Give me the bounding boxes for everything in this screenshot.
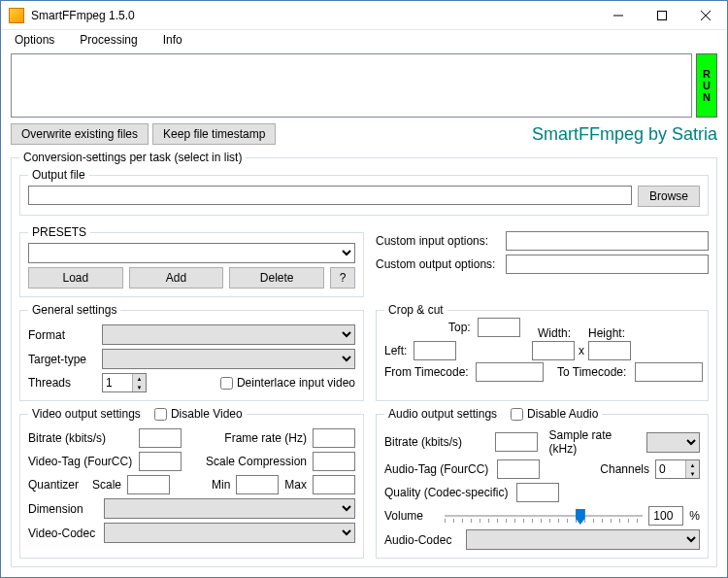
- quantizer-label: Quantizer: [28, 478, 86, 492]
- from-timecode-label: From Timecode:: [384, 365, 469, 379]
- scale-compression-label: Scale Compression: [206, 455, 307, 468]
- browse-button[interactable]: Browse: [638, 186, 700, 207]
- quality-label: Quality (Codec-specific): [384, 486, 511, 499]
- crop-top-label: Top:: [448, 321, 471, 334]
- output-file-legend: Output file: [28, 168, 89, 182]
- chevron-down-icon[interactable]: ▼: [132, 383, 146, 391]
- maximize-button[interactable]: [640, 1, 683, 29]
- target-type-select[interactable]: [102, 349, 355, 369]
- video-codec-label: Video-Codec: [28, 527, 98, 540]
- window-title: SmartFFmpeg 1.5.0: [31, 9, 135, 22]
- audio-codec-select[interactable]: [466, 529, 700, 550]
- presets-add-button[interactable]: Add: [129, 267, 224, 289]
- crop-height-field[interactable]: [588, 341, 631, 360]
- threads-label: Threads: [28, 376, 96, 390]
- deinterlace-label: Deinterlace input video: [237, 376, 355, 390]
- sample-rate-select[interactable]: [646, 432, 700, 453]
- close-button[interactable]: [683, 1, 727, 29]
- target-type-label: Target-type: [28, 353, 96, 366]
- crop-height-label: Height:: [588, 326, 625, 340]
- video-tag-field[interactable]: [139, 452, 182, 471]
- run-button[interactable]: R U N: [696, 53, 717, 118]
- presets-legend: PRESETS: [28, 225, 90, 239]
- general-settings-legend: General settings: [28, 303, 120, 317]
- crop-left-label: Left:: [384, 344, 407, 357]
- audio-codec-label: Audio-Codec: [384, 533, 460, 547]
- audio-tag-label: Audio-Tag (FourCC): [384, 462, 491, 476]
- overwrite-existing-files-toggle[interactable]: Overwrite existing files: [11, 123, 149, 145]
- scale-compression-field[interactable]: [313, 452, 355, 471]
- audio-bitrate-field[interactable]: [495, 432, 538, 452]
- svg-rect-1: [657, 11, 666, 19]
- disable-video-checkbox[interactable]: [154, 408, 167, 421]
- app-icon: [9, 8, 24, 23]
- from-timecode-field[interactable]: [476, 362, 544, 382]
- frame-rate-field[interactable]: [313, 428, 355, 448]
- chevron-up-icon[interactable]: ▲: [685, 460, 699, 469]
- menu-processing[interactable]: Processing: [76, 31, 141, 49]
- format-label: Format: [28, 328, 96, 342]
- task-list[interactable]: [11, 53, 692, 118]
- custom-input-label: Custom input options:: [376, 234, 500, 248]
- to-timecode-field[interactable]: [635, 362, 703, 382]
- video-codec-select[interactable]: [104, 523, 355, 543]
- crop-width-label: Width:: [538, 326, 571, 340]
- to-timecode-label: To Timecode:: [557, 365, 626, 379]
- disable-audio-label: Disable Audio: [527, 407, 598, 421]
- threads-spinner[interactable]: ▲▼: [102, 373, 147, 392]
- disable-video-label: Disable Video: [171, 407, 243, 421]
- crop-x-label: x: [579, 344, 584, 357]
- volume-slider[interactable]: [445, 507, 643, 525]
- quality-field[interactable]: [516, 483, 559, 502]
- channels-spinner[interactable]: ▲▼: [655, 459, 700, 479]
- video-tag-label: Video-Tag (FourCC): [28, 455, 133, 468]
- max-field[interactable]: [313, 475, 355, 494]
- volume-field[interactable]: [648, 506, 683, 526]
- scale-field[interactable]: [127, 475, 170, 494]
- chevron-up-icon[interactable]: ▲: [132, 374, 146, 383]
- custom-input-field[interactable]: [506, 231, 709, 251]
- conversion-settings-legend: Conversion-settings per task (select in …: [19, 151, 246, 164]
- menu-info[interactable]: Info: [159, 31, 186, 49]
- brand-label: SmartFFmpeg by Satria: [532, 124, 717, 145]
- presets-help-button[interactable]: ?: [330, 267, 355, 289]
- sample-rate-label: Sample rate (kHz): [549, 428, 642, 456]
- video-bitrate-field[interactable]: [139, 428, 182, 448]
- channels-label: Channels: [600, 462, 649, 476]
- dimension-label: Dimension: [28, 502, 98, 516]
- menu-bar: Options Processing Info: [1, 30, 727, 50]
- crop-width-field[interactable]: [532, 341, 575, 360]
- presets-select[interactable]: [28, 243, 355, 263]
- dimension-select[interactable]: [104, 498, 355, 519]
- audio-tag-field[interactable]: [497, 459, 540, 479]
- min-label: Min: [212, 478, 230, 492]
- min-field[interactable]: [236, 475, 279, 494]
- menu-options[interactable]: Options: [11, 31, 58, 49]
- presets-load-button[interactable]: Load: [28, 267, 123, 289]
- disable-audio-checkbox[interactable]: [511, 408, 523, 421]
- output-file-field[interactable]: [28, 186, 632, 205]
- video-bitrate-label: Bitrate (kbits/s): [28, 431, 133, 445]
- custom-output-label: Custom output options:: [376, 257, 500, 271]
- volume-label: Volume: [384, 509, 439, 523]
- volume-unit: %: [689, 509, 700, 523]
- crop-top-field[interactable]: [478, 318, 520, 337]
- crop-cut-legend: Crop & cut: [384, 303, 447, 317]
- crop-left-field[interactable]: [414, 341, 456, 360]
- threads-value[interactable]: [103, 374, 132, 391]
- deinterlace-checkbox[interactable]: [220, 377, 233, 390]
- keep-file-timestamp-toggle[interactable]: Keep file timestamp: [152, 123, 276, 145]
- audio-bitrate-label: Bitrate (kbits/s): [384, 435, 489, 449]
- audio-output-legend: Audio output settings: [388, 407, 497, 421]
- minimize-button[interactable]: [596, 1, 640, 29]
- format-select[interactable]: [102, 324, 355, 345]
- frame-rate-label: Frame rate (Hz): [224, 431, 307, 445]
- chevron-down-icon[interactable]: ▼: [685, 469, 699, 478]
- video-output-legend: Video output settings: [32, 407, 141, 421]
- scale-label: Scale: [92, 478, 121, 492]
- presets-delete-button[interactable]: Delete: [229, 267, 324, 289]
- custom-output-field[interactable]: [506, 255, 709, 274]
- channels-value[interactable]: [656, 460, 685, 478]
- max-label: Max: [284, 478, 307, 492]
